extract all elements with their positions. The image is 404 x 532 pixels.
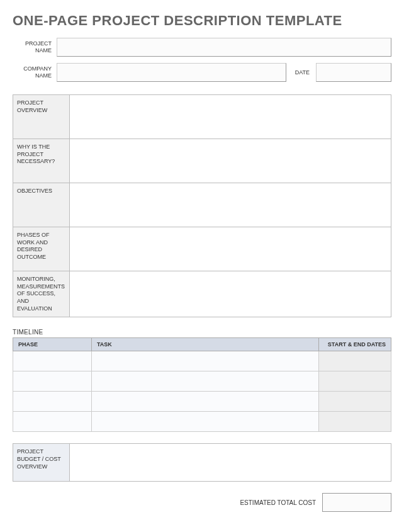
overview-label: PROJECT OVERVIEW xyxy=(13,95,70,139)
why-label: WHY IS THE PROJECT NECESSARY? xyxy=(13,139,70,183)
timeline-phase-cell[interactable] xyxy=(13,371,92,392)
timeline-phase-cell[interactable] xyxy=(13,412,92,432)
budget-cell[interactable] xyxy=(70,444,391,482)
timeline-row xyxy=(13,371,391,392)
sections-table: PROJECT OVERVIEW WHY IS THE PROJECT NECE… xyxy=(13,94,391,317)
company-name-input[interactable] xyxy=(57,63,286,82)
budget-table: PROJECT BUDGET / COST OVERVIEW xyxy=(13,443,391,482)
timeline-col-task: TASK xyxy=(92,338,319,351)
timeline-table: PHASE TASK START & END DATES xyxy=(13,337,391,432)
date-input[interactable] xyxy=(316,63,391,82)
page-title: ONE-PAGE PROJECT DESCRIPTION TEMPLATE xyxy=(13,13,391,29)
timeline-task-cell[interactable] xyxy=(92,412,319,432)
monitoring-cell[interactable] xyxy=(70,271,391,317)
timeline-row xyxy=(13,351,391,371)
objectives-label: OBJECTIVES xyxy=(13,183,70,227)
project-name-input[interactable] xyxy=(57,38,391,57)
project-name-label: PROJECT NAME xyxy=(13,40,57,54)
timeline-task-cell[interactable] xyxy=(92,351,319,371)
company-name-label: COMPANY NAME xyxy=(13,65,57,79)
timeline-col-dates: START & END DATES xyxy=(319,338,391,351)
timeline-dates-cell[interactable] xyxy=(319,412,391,432)
company-date-row: COMPANY NAME DATE xyxy=(13,63,391,82)
total-input[interactable] xyxy=(322,493,391,512)
timeline-dates-cell[interactable] xyxy=(319,392,391,412)
timeline-heading: TIMELINE xyxy=(13,329,391,336)
phases-cell[interactable] xyxy=(70,227,391,271)
date-label: DATE xyxy=(286,69,316,76)
timeline-dates-cell[interactable] xyxy=(319,371,391,392)
timeline-col-phase: PHASE xyxy=(13,338,92,351)
total-row: ESTIMATED TOTAL COST xyxy=(13,493,391,512)
timeline-dates-cell[interactable] xyxy=(319,351,391,371)
timeline-phase-cell[interactable] xyxy=(13,392,92,412)
timeline-task-cell[interactable] xyxy=(92,392,319,412)
phases-label: PHASES OF WORK AND DESIRED OUTCOME xyxy=(13,227,70,271)
why-cell[interactable] xyxy=(70,139,391,183)
project-name-row: PROJECT NAME xyxy=(13,38,391,57)
timeline-task-cell[interactable] xyxy=(92,371,319,392)
objectives-cell[interactable] xyxy=(70,183,391,227)
timeline-row xyxy=(13,412,391,432)
monitoring-label: MONITORING, MEASUREMENTS OF SUCCESS, AND… xyxy=(13,271,70,317)
total-label: ESTIMATED TOTAL COST xyxy=(240,499,322,506)
timeline-phase-cell[interactable] xyxy=(13,351,92,371)
overview-cell[interactable] xyxy=(70,95,391,139)
budget-label: PROJECT BUDGET / COST OVERVIEW xyxy=(13,444,70,482)
timeline-row xyxy=(13,392,391,412)
